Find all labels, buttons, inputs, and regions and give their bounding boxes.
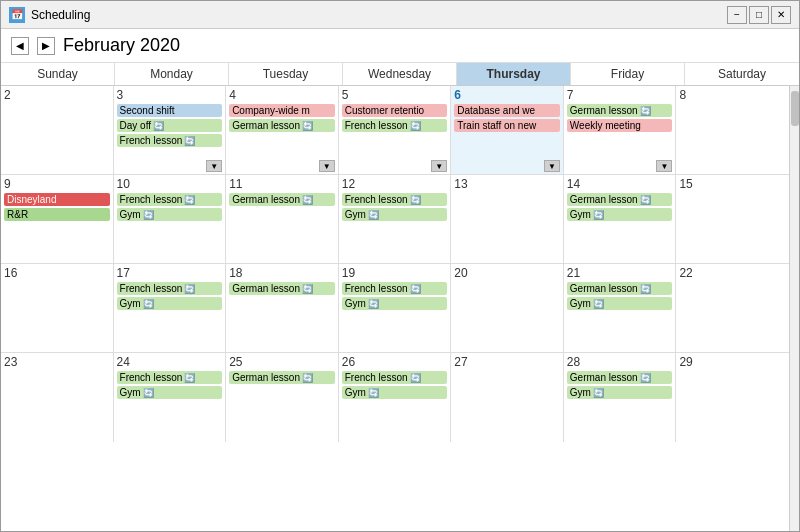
day-cell-feb26: 26 French lesson 🔄 Gym 🔄: [339, 353, 452, 442]
day-number: 15: [679, 177, 786, 191]
day-cell-feb14: 14 German lesson 🔄 Gym 🔄: [564, 175, 677, 263]
event-german-lesson[interactable]: German lesson 🔄: [229, 282, 335, 295]
refresh-icon: 🔄: [593, 210, 604, 220]
day-events: German lesson 🔄: [229, 282, 335, 350]
event-gym[interactable]: Gym 🔄: [117, 297, 223, 310]
day-cell-feb2: 2: [1, 86, 114, 174]
day-number: 23: [4, 355, 110, 369]
refresh-icon: 🔄: [184, 136, 195, 146]
refresh-icon: 🔄: [593, 388, 604, 398]
day-events: French lesson 🔄 Gym 🔄: [342, 282, 448, 350]
event-german-lesson[interactable]: German lesson 🔄: [229, 371, 335, 384]
day-number: 16: [4, 266, 110, 280]
event-french-lesson[interactable]: French lesson 🔄: [342, 193, 448, 206]
day-events: German lesson 🔄: [229, 371, 335, 440]
minimize-button[interactable]: −: [727, 6, 747, 24]
calendar-body: 2 3 Second shift Day off 🔄 French lesson…: [1, 86, 789, 531]
event-disneyland[interactable]: Disneyland: [4, 193, 110, 206]
title-bar: 📅 Scheduling − □ ✕: [1, 1, 799, 29]
event-german-lesson[interactable]: German lesson 🔄: [229, 193, 335, 206]
refresh-icon: 🔄: [593, 299, 604, 309]
event-weekly-meeting[interactable]: Weekly meeting: [567, 119, 673, 132]
close-button[interactable]: ✕: [771, 6, 791, 24]
event-french-lesson[interactable]: French lesson 🔄: [117, 282, 223, 295]
scrollbar[interactable]: [789, 86, 799, 531]
scrollbar-thumb[interactable]: [791, 91, 799, 126]
event-french-lesson[interactable]: French lesson 🔄: [117, 134, 223, 147]
day-events: German lesson 🔄: [229, 193, 335, 261]
day-number: 21: [567, 266, 673, 280]
refresh-icon: 🔄: [302, 373, 313, 383]
next-month-button[interactable]: ▶: [37, 37, 55, 55]
header-sunday: Sunday: [1, 63, 115, 85]
event-gym[interactable]: Gym 🔄: [567, 208, 673, 221]
day-number: 17: [117, 266, 223, 280]
event-french-lesson[interactable]: French lesson 🔄: [117, 371, 223, 384]
event-gym[interactable]: Gym 🔄: [342, 208, 448, 221]
day-cell-feb10: 10 French lesson 🔄 Gym 🔄: [114, 175, 227, 263]
day-events: Second shift Day off 🔄 French lesson 🔄: [117, 104, 223, 159]
day-cell-feb12: 12 French lesson 🔄 Gym 🔄: [339, 175, 452, 263]
refresh-icon: 🔄: [302, 121, 313, 131]
day-cell-feb29: 29: [676, 353, 789, 442]
main-window: 📅 Scheduling − □ ✕ ◀ ▶ February 2020 Sun…: [0, 0, 800, 532]
calendar: Sunday Monday Tuesday Wednesday Thursday…: [1, 63, 799, 531]
event-german-lesson[interactable]: German lesson 🔄: [567, 193, 673, 206]
event-french-lesson[interactable]: French lesson 🔄: [117, 193, 223, 206]
refresh-icon: 🔄: [640, 106, 651, 116]
event-customer-retention[interactable]: Customer retentio: [342, 104, 448, 117]
refresh-icon: 🔄: [302, 284, 313, 294]
event-french-lesson[interactable]: French lesson 🔄: [342, 119, 448, 132]
refresh-icon: 🔄: [640, 195, 651, 205]
event-german-lesson[interactable]: German lesson 🔄: [567, 371, 673, 384]
day-events: German lesson 🔄 Gym 🔄: [567, 193, 673, 261]
event-gym[interactable]: Gym 🔄: [342, 386, 448, 399]
event-company-wide[interactable]: Company-wide m: [229, 104, 335, 117]
event-gym[interactable]: Gym 🔄: [117, 386, 223, 399]
more-events-button[interactable]: ▼: [544, 160, 560, 172]
event-german-lesson[interactable]: German lesson 🔄: [567, 104, 673, 117]
event-second-shift[interactable]: Second shift: [117, 104, 223, 117]
day-number: 29: [679, 355, 786, 369]
maximize-button[interactable]: □: [749, 6, 769, 24]
event-database[interactable]: Database and we: [454, 104, 560, 117]
refresh-icon: 🔄: [410, 284, 421, 294]
day-number: 28: [567, 355, 673, 369]
event-gym[interactable]: Gym 🔄: [567, 386, 673, 399]
window-title: Scheduling: [31, 8, 727, 22]
event-french-lesson[interactable]: French lesson 🔄: [342, 371, 448, 384]
more-events-button[interactable]: ▼: [656, 160, 672, 172]
event-gym[interactable]: Gym 🔄: [342, 297, 448, 310]
refresh-icon: 🔄: [410, 195, 421, 205]
more-events-button[interactable]: ▼: [319, 160, 335, 172]
prev-month-button[interactable]: ◀: [11, 37, 29, 55]
header-wednesday: Wednesday: [343, 63, 457, 85]
event-german-lesson[interactable]: German lesson 🔄: [567, 282, 673, 295]
day-cell-feb23: 23: [1, 353, 114, 442]
day-events: French lesson 🔄 Gym 🔄: [117, 193, 223, 261]
event-gym[interactable]: Gym 🔄: [567, 297, 673, 310]
day-number: 9: [4, 177, 110, 191]
day-cell-feb4: 4 Company-wide m German lesson 🔄 ▼: [226, 86, 339, 174]
calendar-body-wrap: 2 3 Second shift Day off 🔄 French lesson…: [1, 86, 799, 531]
day-events: French lesson 🔄 Gym 🔄: [342, 193, 448, 261]
calendar-main: 2 3 Second shift Day off 🔄 French lesson…: [1, 86, 789, 531]
event-day-off[interactable]: Day off 🔄: [117, 119, 223, 132]
day-events: German lesson 🔄 Gym 🔄: [567, 282, 673, 350]
refresh-icon: 🔄: [143, 210, 154, 220]
day-number: 19: [342, 266, 448, 280]
day-number: 8: [679, 88, 786, 102]
day-cell-feb5: 5 Customer retentio French lesson 🔄 ▼: [339, 86, 452, 174]
event-german-lesson[interactable]: German lesson 🔄: [229, 119, 335, 132]
day-number: 7: [567, 88, 673, 102]
day-cell-feb19: 19 French lesson 🔄 Gym 🔄: [339, 264, 452, 352]
day-events: German lesson 🔄 Gym 🔄: [567, 371, 673, 440]
event-train-staff[interactable]: Train staff on new: [454, 119, 560, 132]
event-gym[interactable]: Gym 🔄: [117, 208, 223, 221]
day-headers: Sunday Monday Tuesday Wednesday Thursday…: [1, 63, 799, 86]
event-french-lesson[interactable]: French lesson 🔄: [342, 282, 448, 295]
day-number: 20: [454, 266, 560, 280]
more-events-button[interactable]: ▼: [431, 160, 447, 172]
more-events-button[interactable]: ▼: [206, 160, 222, 172]
event-randr[interactable]: R&R: [4, 208, 110, 221]
